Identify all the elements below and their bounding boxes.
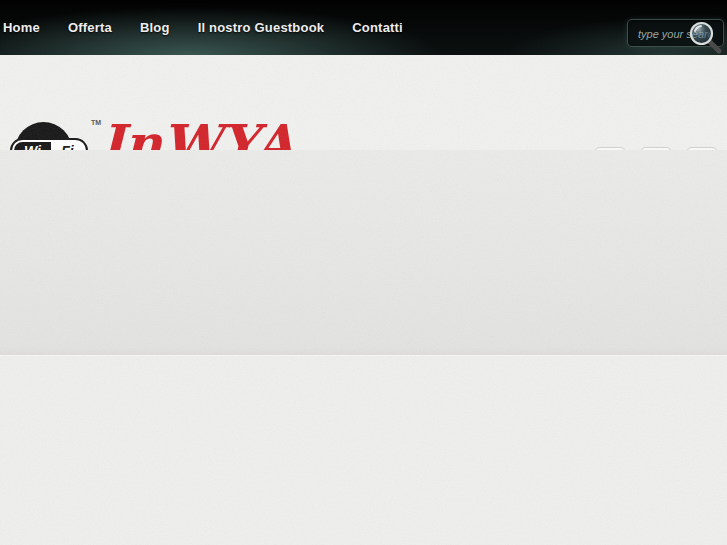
nav-item-offerta[interactable]: Offerta [68, 20, 112, 35]
page: Home Offerta Blog Il nostro Guestbook Co… [0, 0, 727, 545]
nav-menu: Home Offerta Blog Il nostro Guestbook Co… [3, 0, 403, 55]
nav-item-home[interactable]: Home [3, 20, 40, 35]
nav-item-contatti[interactable]: Contatti [352, 20, 403, 35]
nav-item-guestbook[interactable]: Il nostro Guestbook [198, 20, 325, 35]
search-magnifier-icon[interactable] [688, 20, 722, 54]
nav-item-blog[interactable]: Blog [140, 20, 170, 35]
content-area: Non accontentarti della solita WIFI... s… [0, 356, 727, 545]
top-nav-bar: Home Offerta Blog Il nostro Guestbook Co… [0, 0, 727, 55]
banner-slider-area [0, 150, 727, 356]
site-header: Wi Fi TM InWYA INFORMATIONS...WHERE YOU … [0, 55, 727, 150]
